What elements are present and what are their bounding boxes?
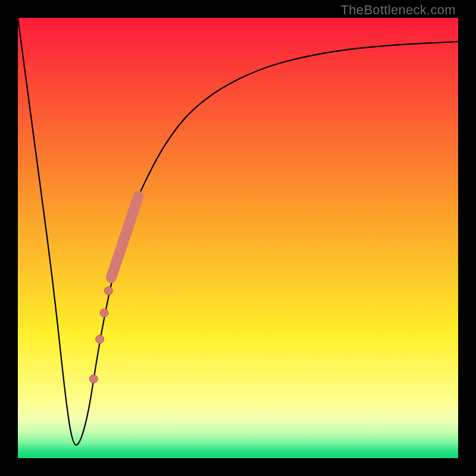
marker-point xyxy=(96,335,104,343)
marker-point xyxy=(104,287,112,295)
marker-point xyxy=(89,375,98,383)
chart-lines xyxy=(18,18,458,458)
highlighted-thick-segment xyxy=(111,196,139,278)
marker-point xyxy=(100,309,108,317)
plot-area xyxy=(18,18,458,458)
chart-frame: TheBottleneck.com xyxy=(0,0,476,476)
bottleneck-curve xyxy=(18,18,458,445)
watermark-text: TheBottleneck.com xyxy=(341,2,456,18)
